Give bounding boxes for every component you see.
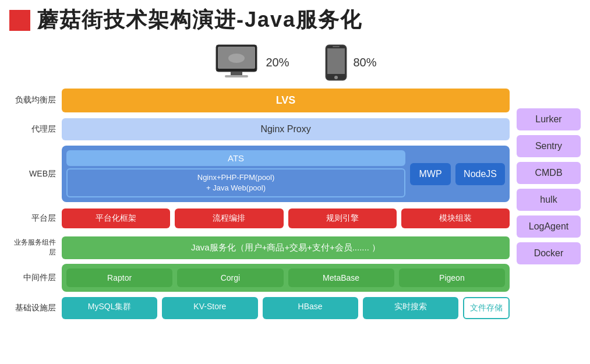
tools-column: Lurker Sentry CMDB hulk LogAgent Docker	[517, 108, 581, 321]
nodejs-box: NodeJS	[455, 163, 505, 185]
svg-rect-8	[333, 46, 340, 47]
mw-item-1: Corgi	[177, 268, 283, 287]
platform-label: 平台层	[9, 213, 62, 224]
svg-rect-3	[225, 75, 248, 77]
platform-row: 平台层 平台化框架 流程编排 规则引擎 模块组装	[9, 206, 510, 231]
platform-item-1: 流程编排	[175, 208, 283, 228]
web-label: WEB层	[9, 169, 62, 179]
lvs-bar: LVS	[62, 89, 510, 112]
svg-rect-6	[327, 48, 345, 74]
infra-item-1: KV-Store	[162, 297, 257, 319]
desktop-percent: 20%	[266, 56, 289, 69]
tool-docker: Docker	[517, 242, 581, 264]
phone-icon	[324, 44, 348, 82]
infra-layer-box: MySQL集群 KV-Store HBase 实时搜索 文件存储	[62, 297, 510, 319]
load-balance-row: 负载均衡层 LVS	[9, 87, 510, 113]
mobile-percent: 80%	[354, 56, 377, 69]
mwp-box: MWP	[410, 163, 451, 185]
tool-hulk: hulk	[517, 189, 581, 211]
proxy-label: 代理层	[9, 124, 62, 135]
file-storage-box: 文件存储	[463, 297, 510, 319]
infra-item-0: MySQL集群	[62, 297, 157, 319]
ats-box: ATS	[66, 150, 405, 166]
svg-point-7	[334, 76, 338, 79]
tool-logagent: LogAgent	[517, 215, 581, 238]
tool-cmdb: CMDB	[517, 162, 581, 184]
infra-item-2: HBase	[263, 297, 358, 319]
tool-lurker: Lurker	[517, 108, 581, 130]
business-row: 业务服务组件层 Java服务化（用户+商品+交易+支付+会员....... ）	[9, 235, 510, 260]
nginx-pool-box: Nginx+PHP-FPM(pool) + Java Web(pool)	[66, 168, 405, 197]
desktop-group: 20%	[213, 44, 289, 82]
page-title: 蘑菇街技术架构演进-Java服务化	[37, 6, 362, 34]
middleware-label: 中间件层	[9, 273, 62, 283]
platform-item-0: 平台化框架	[62, 208, 170, 228]
web-row: WEB层 ATS Nginx+PHP-FPM(pool) + Java Web(…	[9, 146, 510, 202]
icons-row: 20% 80%	[0, 44, 590, 82]
platform-content: 平台化框架 流程编排 规则引擎 模块组装	[62, 208, 510, 228]
nginx-proxy-box: Nginx Proxy	[62, 118, 510, 140]
business-content: Java服务化（用户+商品+交易+支付+会员....... ）	[62, 236, 510, 259]
middleware-content: Raptor Corgi MetaBase Pigeon	[62, 264, 510, 292]
svg-rect-2	[231, 72, 242, 75]
proxy-row: 代理层 Nginx Proxy	[9, 116, 510, 142]
monitor-icon	[213, 44, 260, 82]
header: 蘑菇街技术架构演进-Java服务化	[0, 0, 590, 39]
mw-item-0: Raptor	[66, 268, 172, 287]
mobile-group: 80%	[324, 44, 377, 82]
infra-content: MySQL集群 KV-Store HBase 实时搜索 文件存储	[62, 297, 510, 319]
nginx-proxy-content: Nginx Proxy	[62, 118, 510, 140]
mw-item-2: MetaBase	[288, 268, 394, 287]
infra-row: 基础设施层 MySQL集群 KV-Store HBase 实时搜索 文件存储	[9, 295, 510, 321]
business-bar-box: Java服务化（用户+商品+交易+支付+会员....... ）	[62, 236, 510, 259]
main-layout: 负载均衡层 LVS 代理层 Nginx Proxy WEB层 ATS Nginx…	[0, 87, 590, 321]
middleware-row: 中间件层 Raptor Corgi MetaBase Pigeon	[9, 264, 510, 292]
web-layer-box: ATS Nginx+PHP-FPM(pool) + Java Web(pool)…	[62, 146, 510, 202]
svg-point-4	[228, 54, 245, 63]
infra-label: 基础设施层	[9, 303, 62, 313]
lvs-box: LVS	[62, 89, 510, 112]
mw-item-3: Pigeon	[399, 268, 505, 287]
tool-sentry: Sentry	[517, 135, 581, 157]
infra-item-3: 实时搜索	[363, 297, 458, 319]
load-balance-label: 负载均衡层	[9, 95, 62, 105]
web-left-group: ATS Nginx+PHP-FPM(pool) + Java Web(pool)	[66, 150, 405, 197]
business-label: 业务服务组件层	[9, 238, 62, 257]
header-icon	[9, 10, 30, 31]
platform-layer-box: 平台化框架 流程编排 规则引擎 模块组装	[62, 208, 510, 228]
platform-item-3: 模块组装	[401, 208, 510, 228]
middleware-layer-box: Raptor Corgi MetaBase Pigeon	[62, 264, 510, 292]
web-content: ATS Nginx+PHP-FPM(pool) + Java Web(pool)…	[62, 146, 510, 202]
platform-item-2: 规则引擎	[288, 208, 397, 228]
